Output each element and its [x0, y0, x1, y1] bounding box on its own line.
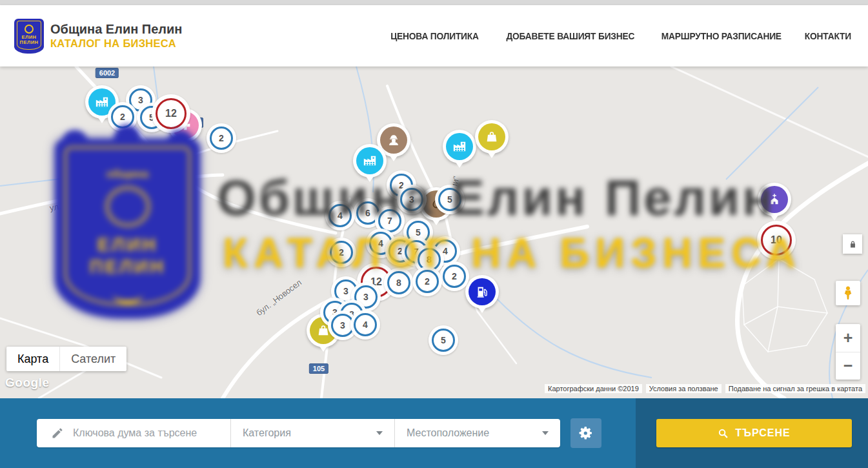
crest-ornament — [105, 186, 150, 227]
cluster-count: 2 — [425, 276, 430, 287]
location-dropdown[interactable]: Местоположение — [395, 419, 560, 447]
cluster-count: 5 — [441, 335, 446, 345]
main-nav: ЦЕНОВА ПОЛИТИКА ДОБАВЕТЕ ВАШИЯТ БИЗНЕС М… — [365, 31, 851, 41]
keyword-search-input[interactable] — [72, 427, 223, 440]
cluster-count: 8 — [396, 278, 401, 288]
zoom-in-button[interactable]: + — [836, 324, 860, 352]
caret-down-icon — [542, 431, 549, 438]
advanced-search-button[interactable] — [570, 418, 601, 448]
map-type-satellite-button[interactable]: Сателит — [59, 347, 126, 371]
watermark-crest: община ЕЛИН ПЕЛИН — [55, 139, 200, 318]
cluster-count: 3 — [340, 320, 345, 331]
cluster-count: 12 — [165, 108, 177, 119]
factory-icon — [446, 133, 473, 160]
attribution-terms-link[interactable]: Условия за ползване — [646, 384, 722, 393]
map-type-map-button[interactable]: Карта — [6, 347, 59, 371]
google-logo[interactable]: Google — [5, 376, 49, 390]
search-icon — [718, 428, 729, 439]
cluster-marker[interactable]: 4 — [350, 310, 380, 340]
site-subtitle: КАТАЛОГ НА БИЗНЕСА — [50, 37, 182, 50]
top-strip — [0, 0, 868, 5]
keyword-field[interactable] — [37, 419, 231, 447]
lock-icon — [848, 239, 858, 249]
category-dropdown[interactable]: Категория — [231, 419, 395, 447]
cluster-marker[interactable]: 2 — [207, 123, 236, 153]
zoom-out-button[interactable]: − — [836, 352, 860, 380]
caret-down-icon — [376, 431, 383, 438]
attribution-data-text: Картографски данни ©2019 — [545, 384, 642, 393]
road-shield: 105 — [309, 363, 328, 374]
street-view-pegman-button[interactable] — [836, 281, 860, 305]
cluster-count: 4 — [363, 320, 368, 330]
cluster-count: 2 — [120, 112, 125, 122]
gear-icon — [578, 425, 594, 441]
nav-item-contacts[interactable]: КОНТАКТИ — [805, 31, 851, 41]
municipality-crest-logo: ЕЛИН ПЕЛИН — [14, 19, 44, 54]
nav-item-pricing[interactable]: ЦЕНОВА ПОЛИТИКА — [390, 31, 479, 41]
nav-item-schedule[interactable]: МАРШРУТНО РАЗПИСАНИЕ — [661, 31, 782, 41]
bag-pin[interactable] — [475, 120, 509, 163]
search-bar: Категория Местоположение ТЪРСЕНЕ — [0, 398, 868, 468]
pencil-icon — [51, 427, 64, 440]
cluster-marker[interactable]: 12 — [152, 94, 190, 133]
site-header: ЕЛИН ПЕЛИН Община Елин Пелин КАТАЛОГ НА … — [0, 5, 868, 66]
watermark-subtitle: КАТАЛОГ НА БИЗНЕСА — [223, 229, 802, 277]
map-attribution: Картографски данни ©2019 Условия за полз… — [545, 384, 865, 393]
site-title: Община Елин Пелин — [50, 22, 182, 37]
crest-ornament — [25, 25, 34, 34]
factory-pin[interactable] — [443, 130, 476, 172]
search-fields-group: Категория Местоположение — [37, 419, 560, 447]
site-brand[interactable]: ЕЛИН ПЕЛИН Община Елин Пелин КАТАЛОГ НА … — [14, 19, 182, 54]
zoom-control: + − — [836, 324, 860, 380]
map-type-control: Карта Сателит — [6, 347, 126, 371]
cluster-marker[interactable]: 5 — [429, 325, 458, 355]
watermark-title: Община Елин Пелин — [217, 168, 775, 227]
nav-item-add-business[interactable]: ДОБАВЕТЕ ВАШИЯТ БИЗНЕС — [506, 31, 634, 41]
fuel-icon — [469, 278, 496, 305]
cluster-count: 2 — [219, 133, 224, 143]
bag-icon — [478, 123, 505, 150]
search-submit-button[interactable]: ТЪРСЕНЕ — [656, 419, 852, 447]
attribution-report-link[interactable]: Подаване на сигнал за грешка в картата — [725, 384, 865, 393]
fuel-pin[interactable] — [465, 275, 499, 318]
map-canvas[interactable]: 6002105 ул. Преславбул. „Новоселции" 325… — [0, 66, 868, 398]
road-shield: 6002 — [96, 68, 119, 78]
pegman-icon — [840, 285, 856, 301]
cluster-count: 3 — [343, 286, 348, 296]
lock-button[interactable] — [843, 234, 862, 254]
